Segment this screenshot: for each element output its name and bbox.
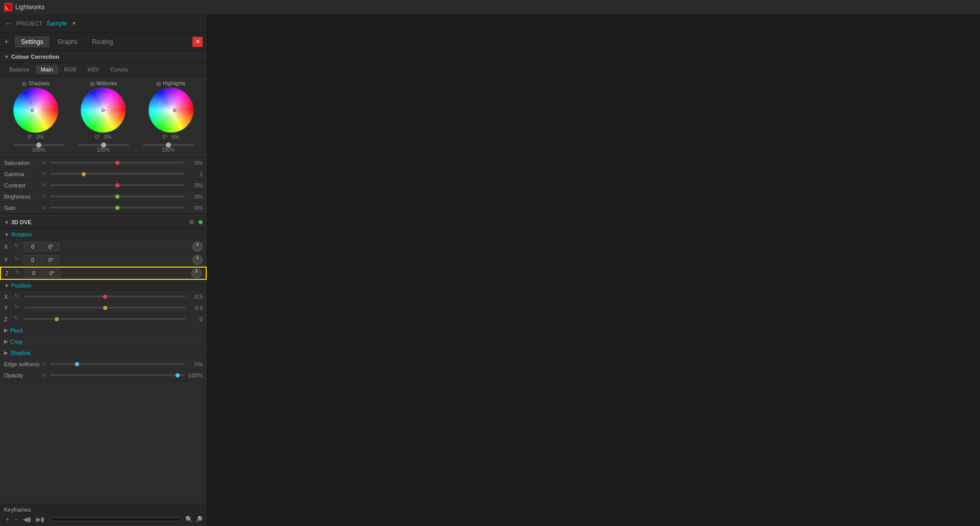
crop-section[interactable]: ▶ Crop [0,336,207,347]
brightness-track-midtones[interactable] [78,144,129,146]
brightness-thumb-shadows[interactable] [36,142,41,148]
rotation-title: Rotation [11,231,32,237]
position-thumb-z[interactable] [55,317,59,321]
position-reset-z[interactable]: ↻ [14,315,22,323]
kf-next-button[interactable]: ▶▮ [35,515,46,524]
wheel-midtones-canvas[interactable] [80,87,126,133]
kf-add-button[interactable]: + [4,515,11,524]
kf-remove-button[interactable]: − [13,515,19,524]
wheel-highlights-dot[interactable] [173,109,176,112]
param-label-contrast: Contrast [4,182,40,188]
position-slider-z[interactable] [24,318,185,320]
rotation-input-x-deg[interactable] [43,242,59,251]
param-slider-gain[interactable] [50,207,184,208]
param-value-brightness: 0% [186,194,203,200]
sub-tab-curves[interactable]: Curves [105,65,133,74]
dve-gear-icon[interactable]: ⚙ [189,219,194,226]
param-reset-brightness[interactable]: ↻ [40,193,48,201]
param-slider-saturation[interactable] [50,162,184,163]
param-reset-gain[interactable]: ↻ [40,204,48,212]
wheel-shadows-header: ▤ Shadows [22,81,50,86]
rotation-reset-x[interactable]: ↻ [14,243,22,251]
tab-graphs[interactable]: Graphs [52,36,84,47]
project-dropdown-icon[interactable]: ▼ [71,20,77,26]
position-thumb-x[interactable] [103,295,107,299]
dve-title: 3D DVE [11,219,32,225]
brightness-thumb-midtones[interactable] [101,142,106,148]
param-thumb-gamma[interactable] [82,172,86,176]
crop-title: Crop [10,339,22,345]
rotation-input-z-deg[interactable] [44,269,60,278]
position-reset-x[interactable]: ↻ [14,293,22,301]
param-thumb-contrast[interactable] [115,183,119,187]
rotation-knob-x[interactable] [192,242,203,252]
wheel-highlights-header: ▤ Highlights [156,81,185,86]
pivot-section[interactable]: ▶ Pivot [0,325,207,336]
wheel-shadows-icon: ▤ [22,81,27,86]
dve-section-header[interactable]: ▼ 3D DVE ⚙ [0,216,207,229]
kf-zoom-out-icon[interactable]: 🔎 [195,516,203,523]
add-tab-button[interactable]: + [4,37,9,46]
param-reset-edge-softness[interactable]: ↻ [40,360,48,368]
wheel-midtones-header: ▤ Midtones [90,81,117,86]
param-reset-contrast[interactable]: ↻ [40,181,48,189]
rotation-caret: ▼ [4,232,9,237]
rotation-knob-y[interactable] [192,255,203,265]
rotation-reset-z[interactable]: ↻ [15,269,23,277]
param-row-opacity: Opacity ↻ 100% [0,370,207,381]
param-thumb-brightness[interactable] [115,195,119,199]
kf-timeline[interactable] [50,517,181,521]
brightness-thumb-highlights[interactable] [166,142,171,148]
position-slider-y[interactable] [24,307,185,308]
back-icon[interactable]: ← [5,19,12,28]
param-slider-opacity[interactable] [50,374,184,376]
position-thumb-y[interactable] [103,306,107,310]
dve-active-dot [199,220,203,224]
param-slider-edge-softness[interactable] [50,363,184,365]
close-button[interactable]: ✕ [192,37,203,47]
param-thumb-saturation[interactable] [115,161,119,165]
brightness-track-highlights[interactable] [143,144,194,146]
rotation-input-y-val[interactable] [23,255,42,265]
position-reset-y[interactable]: ↻ [14,304,22,312]
colour-correction-header[interactable]: ▼ Colour Correction [0,51,207,63]
kf-prev-button[interactable]: ◀▮ [21,515,33,524]
tab-settings[interactable]: Settings [15,36,49,47]
rotation-reset-y[interactable]: ↻ [14,256,22,264]
sub-tab-rgb[interactable]: RGB [59,65,82,74]
wheel-highlights-canvas[interactable] [148,87,194,133]
wheel-shadows-canvas[interactable] [13,87,59,133]
tab-routing[interactable]: Routing [86,36,119,47]
param-row-gamma: Gamma ↻ 1 [0,169,207,180]
param-reset-opacity[interactable]: ↻ [40,371,48,379]
project-name[interactable]: Sample [46,20,67,27]
rotation-row-z: Z ↻ [0,267,207,280]
param-thumb-edge-softness[interactable] [75,362,79,366]
param-slider-gamma[interactable] [50,173,184,175]
panel-content: ▼ Colour Correction Balance Main RGB HSV… [0,51,207,504]
param-slider-contrast[interactable] [50,184,184,186]
rotation-input-x-val[interactable] [23,242,42,251]
sub-tab-hsv[interactable]: HSV [82,65,104,74]
param-reset-saturation[interactable]: ↻ [40,159,48,167]
param-thumb-gain[interactable] [115,206,119,210]
sub-tab-balance[interactable]: Balance [4,65,35,74]
position-header[interactable]: ▼ Position [0,280,207,291]
shadow-section[interactable]: ▶ Shadow [0,347,207,358]
wheel-midtones-label: Midtones [96,81,117,86]
position-title: Position [11,282,31,289]
rotation-input-y-deg[interactable] [43,255,59,265]
param-thumb-opacity[interactable] [176,373,180,377]
rotation-knob-z[interactable] [191,268,202,278]
rotation-input-z-val[interactable] [24,269,43,278]
brightness-track-shadows[interactable] [13,144,64,146]
param-slider-brightness[interactable] [50,196,184,197]
position-slider-x[interactable] [24,296,185,297]
kf-zoom-in-icon[interactable]: 🔍 [185,516,193,523]
wheel-highlights-icon: ▤ [156,81,161,86]
sub-tab-main[interactable]: Main [36,65,58,74]
param-reset-gamma[interactable]: ↻ [40,170,48,178]
shadow-caret: ▶ [4,350,8,355]
param-row-contrast: Contrast ↻ 0% [0,180,207,191]
rotation-header[interactable]: ▼ Rotation [0,229,207,240]
